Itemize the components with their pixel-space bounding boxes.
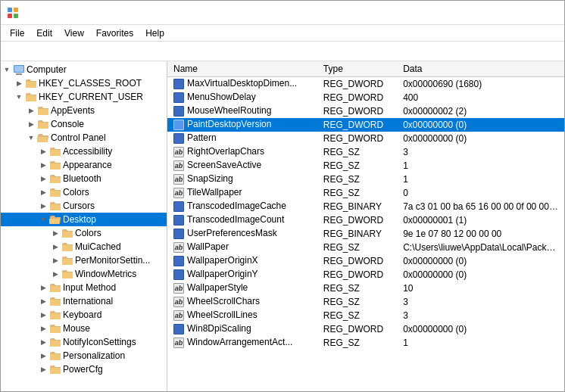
expand-btn-bluetooth[interactable]: ▶	[37, 173, 49, 185]
table-row[interactable]: MaxVirtualDesktopDimen...REG_DWORD0x0000…	[167, 77, 564, 91]
tree-node-keyboard[interactable]: ▶Keyboard	[1, 308, 167, 322]
cell-data: 0x00000001 (1)	[397, 213, 564, 227]
table-row[interactable]: Win8DpiScalingREG_DWORD0x00000000 (0)	[167, 322, 564, 336]
table-row[interactable]: TranscodedImageCacheREG_BINARY7a c3 01 0…	[167, 200, 564, 213]
tree-node-muicached[interactable]: ▶MuiCached	[1, 240, 167, 254]
expand-btn-notifyiconsettings[interactable]: ▶	[37, 336, 49, 348]
svg-rect-2	[8, 14, 12, 18]
cell-type: REG_DWORD	[317, 104, 397, 118]
expand-btn-computer[interactable]: ▼	[1, 64, 13, 76]
expand-btn-console[interactable]: ▶	[25, 118, 37, 130]
maximize-button[interactable]	[487, 4, 522, 22]
tree-node-mouse[interactable]: ▶Mouse	[1, 322, 167, 335]
tree-label-accessibility: Accessibility	[63, 146, 112, 157]
expand-btn-cursors[interactable]: ▶	[37, 200, 49, 212]
cell-name: abScreenSaveActive	[167, 159, 317, 173]
tree-node-hkey_current_user[interactable]: ▼HKEY_CURRENT_USER	[1, 90, 167, 104]
table-row[interactable]: PatternREG_DWORD0x00000000 (0)	[167, 132, 564, 145]
cell-data: 7a c3 01 00 ba 65 16 00 00 0f 00 00 70 0…	[397, 200, 564, 213]
menu-item-file[interactable]: File	[4, 26, 30, 40]
cell-type: REG_DWORD	[317, 254, 397, 268]
expand-btn-appevents[interactable]: ▶	[25, 104, 37, 117]
expand-btn-windowmetrics[interactable]: ▶	[49, 268, 61, 280]
cell-data: 400	[397, 91, 564, 104]
string-icon: ab	[173, 283, 184, 294]
expand-btn-permonitorsetting[interactable]: ▶	[49, 254, 61, 266]
expand-btn-accessibility[interactable]: ▶	[37, 145, 49, 157]
tree-node-bluetooth[interactable]: ▶Bluetooth	[1, 172, 167, 185]
tree-node-desktop[interactable]: ▼Desktop	[1, 213, 167, 226]
dword-icon	[173, 269, 184, 280]
string-icon: ab	[173, 160, 184, 171]
table-row[interactable]: MenuShowDelayREG_DWORD400	[167, 91, 564, 104]
tree-node-permonitorsetting[interactable]: ▶PerMonitorSettin...	[1, 254, 167, 267]
expand-btn-desktop_colors[interactable]: ▶	[49, 227, 61, 239]
tree-node-colors[interactable]: ▶Colors	[1, 185, 167, 199]
expand-btn-appearance[interactable]: ▶	[37, 159, 49, 171]
tree-node-desktop_colors[interactable]: ▶Colors	[1, 226, 167, 240]
tree-node-input_method[interactable]: ▶Input Method	[1, 281, 167, 294]
expand-btn-hkey_current_user[interactable]: ▼	[13, 91, 25, 103]
table-row[interactable]: abSnapSizingREG_SZ1	[167, 173, 564, 186]
close-button[interactable]	[523, 4, 558, 22]
table-row[interactable]: abTileWallpaperREG_SZ0	[167, 186, 564, 200]
svg-rect-1	[14, 8, 18, 12]
table-row[interactable]: TranscodedImageCountREG_DWORD0x00000001 …	[167, 213, 564, 227]
tree-panel[interactable]: ▼Computer▶HKEY_CLASSES_ROOT▼HKEY_CURRENT…	[1, 61, 167, 391]
computer-icon	[13, 64, 25, 76]
table-row[interactable]: abRightOverlapCharsREG_SZ3	[167, 145, 564, 159]
tree-node-accessibility[interactable]: ▶Accessibility	[1, 145, 167, 158]
table-row[interactable]: abWindowArrangementAct...REG_SZ1	[167, 336, 564, 350]
tree-node-hkey_classes_root[interactable]: ▶HKEY_CLASSES_ROOT	[1, 76, 167, 90]
menu-item-edit[interactable]: Edit	[30, 26, 58, 40]
expand-btn-control_panel[interactable]: ▼	[25, 132, 37, 144]
table-row[interactable]: abScreenSaveActiveREG_SZ1	[167, 159, 564, 173]
tree-node-control_panel[interactable]: ▼Control Panel	[1, 131, 167, 145]
tree-node-appevents[interactable]: ▶AppEvents	[1, 104, 167, 117]
table-row[interactable]: abWallpaperStyleREG_SZ10	[167, 282, 564, 295]
tree-node-cursors[interactable]: ▶Cursors	[1, 199, 167, 213]
main-content: ▼Computer▶HKEY_CLASSES_ROOT▼HKEY_CURRENT…	[1, 61, 564, 391]
tree-node-computer[interactable]: ▼Computer	[1, 63, 167, 76]
expand-btn-hkey_classes_root[interactable]: ▶	[13, 77, 25, 89]
table-row[interactable]: PaintDesktopVersionREG_DWORD0x00000000 (…	[167, 118, 564, 132]
expand-btn-keyboard[interactable]: ▶	[37, 309, 49, 321]
table-row[interactable]: abWallPaperREG_SZC:\Users\liuwe\AppData\…	[167, 241, 564, 254]
registry-editor-window: FileEditViewFavoritesHelp ▼Computer▶HKEY…	[0, 0, 565, 392]
tree-node-console[interactable]: ▶Console	[1, 117, 167, 131]
tree-node-windowmetrics[interactable]: ▶WindowMetrics	[1, 267, 167, 281]
folder-icon-accessibility	[49, 145, 61, 157]
table-row[interactable]: UserPreferencesMaskREG_BINARY9e 1e 07 80…	[167, 227, 564, 241]
menu-item-view[interactable]: View	[58, 26, 90, 40]
cell-data: 1	[397, 159, 564, 173]
expand-btn-personalization[interactable]: ▶	[37, 350, 49, 362]
expand-btn-desktop[interactable]: ▼	[37, 213, 49, 226]
table-row[interactable]: WallpaperOriginXREG_DWORD0x00000000 (0)	[167, 254, 564, 268]
minimize-button[interactable]	[451, 4, 485, 22]
expand-btn-powercfg[interactable]: ▶	[37, 363, 49, 375]
tree-node-appearance[interactable]: ▶Appearance	[1, 158, 167, 172]
folder-icon-cursors	[49, 200, 61, 212]
expand-btn-muicached[interactable]: ▶	[49, 241, 61, 253]
table-scroll[interactable]: Name Type Data MaxVirtualDesktopDimen...…	[167, 61, 564, 391]
table-row[interactable]: MouseWheelRoutingREG_DWORD0x00000002 (2)	[167, 104, 564, 118]
window-controls	[451, 4, 558, 22]
cell-data: 9e 1e 07 80 12 00 00 00	[397, 227, 564, 241]
dword-icon	[173, 120, 184, 130]
table-row[interactable]: abWheelScrollLinesREG_SZ3	[167, 309, 564, 322]
menu-item-favorites[interactable]: Favorites	[90, 26, 139, 40]
expand-btn-mouse[interactable]: ▶	[37, 322, 49, 334]
menu-item-help[interactable]: Help	[139, 26, 170, 40]
tree-node-notifyiconsettings[interactable]: ▶NotifyIconSettings	[1, 335, 167, 349]
tree-node-personalization[interactable]: ▶Personalization	[1, 349, 167, 362]
expand-btn-international[interactable]: ▶	[37, 295, 49, 307]
tree-node-international[interactable]: ▶International	[1, 294, 167, 308]
tree-node-powercfg[interactable]: ▶PowerCfg	[1, 362, 167, 376]
expand-btn-input_method[interactable]: ▶	[37, 282, 49, 294]
table-row[interactable]: abWheelScrollCharsREG_SZ3	[167, 295, 564, 309]
tree-label-hkey_classes_root: HKEY_CLASSES_ROOT	[39, 78, 142, 89]
expand-btn-colors[interactable]: ▶	[37, 186, 49, 198]
tree-label-international: International	[63, 296, 113, 306]
table-row[interactable]: WallpaperOriginYREG_DWORD0x00000000 (0)	[167, 268, 564, 282]
folder-icon-bluetooth	[49, 173, 61, 185]
